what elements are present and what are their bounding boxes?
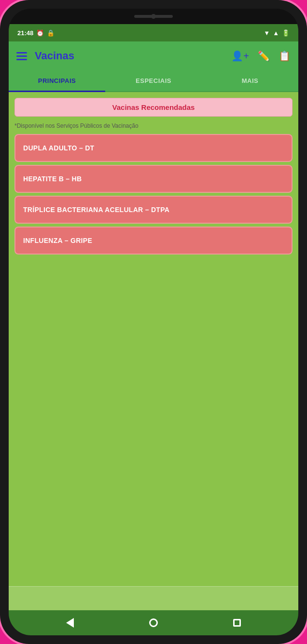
- vaccine-label-influenza: INFLUENZA – GRIPE: [23, 237, 92, 244]
- disclaimer-text: *Disponível nos Serviços Públicos de Vac…: [14, 122, 293, 129]
- wifi-icon: ▼: [264, 29, 270, 37]
- content-spacer: [14, 258, 293, 580]
- app-bar-left: Vacinas: [16, 50, 74, 62]
- recommended-header: Vacinas Recomendadas: [14, 98, 293, 117]
- vaccine-label-triplice: TRÍPLICE BACTERIANA ACELULAR – DTPA: [23, 206, 169, 214]
- tab-principais[interactable]: PRINCIPAIS: [9, 70, 105, 91]
- vaccine-item-triplice[interactable]: TRÍPLICE BACTERIANA ACELULAR – DTPA: [14, 196, 293, 224]
- app-bar: Vacinas 👤+ ✏️ 📋: [9, 41, 298, 70]
- time-display: 21:48: [17, 29, 33, 37]
- bottom-tray: [9, 586, 298, 610]
- android-nav-bar: [9, 610, 298, 635]
- vaccine-item-hepatite[interactable]: HEPATITE B – HB: [14, 165, 293, 193]
- vaccine-item-dupla[interactable]: DUPLA ADULTO – DT: [14, 134, 293, 162]
- document-button[interactable]: 📋: [279, 51, 291, 61]
- signal-icon: ▲: [273, 29, 279, 37]
- recents-icon: [233, 619, 241, 627]
- camera: [151, 14, 156, 19]
- app-bar-right: 👤+ ✏️ 📋: [231, 51, 291, 61]
- menu-button[interactable]: [16, 52, 27, 60]
- tab-mais[interactable]: MAIS: [202, 70, 298, 91]
- vaccine-label-hepatite: HEPATITE B – HB: [23, 175, 82, 183]
- battery-icon: 🔋: [282, 29, 290, 37]
- camera-area: [9, 9, 298, 24]
- status-left: 21:48 ⏰ 🔒: [17, 29, 55, 37]
- recents-button[interactable]: [227, 613, 247, 632]
- app-title: Vacinas: [35, 50, 74, 62]
- recommended-title: Vacinas Recomendadas: [20, 103, 287, 111]
- vaccine-label-dupla: DUPLA ADULTO – DT: [23, 144, 94, 152]
- vaccine-item-influenza[interactable]: INFLUENZA – GRIPE: [14, 227, 293, 255]
- lock-icon: 🔒: [47, 29, 55, 37]
- home-button[interactable]: [144, 613, 163, 632]
- vaccine-list: DUPLA ADULTO – DT HEPATITE B – HB TRÍPLI…: [14, 134, 293, 255]
- back-button[interactable]: [60, 613, 80, 632]
- tab-especiais[interactable]: ESPECIAIS: [105, 70, 202, 91]
- main-content: Vacinas Recomendadas *Disponível nos Ser…: [9, 92, 298, 586]
- status-right: ▼ ▲ 🔋: [264, 29, 290, 37]
- status-bar: 21:48 ⏰ 🔒 ▼ ▲ 🔋: [9, 24, 298, 41]
- add-person-button[interactable]: 👤+: [231, 51, 249, 61]
- tabs-bar: PRINCIPAIS ESPECIAIS MAIS: [9, 70, 298, 92]
- phone-screen: 21:48 ⏰ 🔒 ▼ ▲ 🔋 Vacinas 👤+: [9, 9, 298, 635]
- phone-frame: 21:48 ⏰ 🔒 ▼ ▲ 🔋 Vacinas 👤+: [0, 0, 307, 644]
- edit-button[interactable]: ✏️: [258, 51, 270, 61]
- home-icon: [149, 618, 158, 627]
- back-icon: [66, 618, 74, 628]
- alarm-icon: ⏰: [36, 29, 44, 37]
